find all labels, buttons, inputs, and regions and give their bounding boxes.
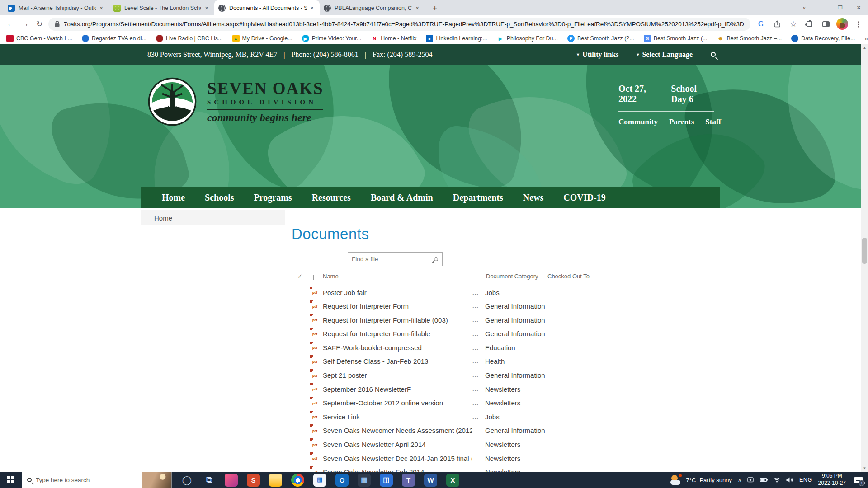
task-view-icon[interactable]: ⧉ <box>202 472 216 488</box>
file-name-link[interactable]: Poster Job fair <box>323 289 472 296</box>
nav-item[interactable]: Home <box>162 192 185 203</box>
scroll-up-icon[interactable]: ▲ <box>861 44 868 51</box>
address-bar[interactable]: 7oaks.org/Programs/Settlement/Documents/… <box>48 18 750 31</box>
table-row[interactable]: pdf Seven Oaks Newcomer Needs Assessment… <box>292 421 861 435</box>
nav-item[interactable]: Programs <box>254 192 292 203</box>
file-name-link[interactable]: Service Link <box>323 413 472 421</box>
row-ellipsis-menu-icon[interactable]: ... <box>472 441 485 448</box>
forward-icon[interactable]: → <box>18 17 33 31</box>
file-explorer-icon[interactable] <box>269 472 283 488</box>
bookmark-item[interactable]: P Best Smooth Jazz (2... <box>567 35 634 42</box>
table-row[interactable]: pdf September-October 2012 online versio… <box>292 394 861 408</box>
table-row[interactable]: pdf Request for Interpreter Form ... Gen… <box>292 297 861 311</box>
chrome-icon[interactable] <box>291 472 305 488</box>
outlook-icon[interactable]: O <box>335 472 349 488</box>
nav-item[interactable]: COVID-19 <box>563 192 605 203</box>
restore-button[interactable]: ❐ <box>831 0 849 15</box>
utility-links-menu[interactable]: ▾Utility links <box>577 51 619 59</box>
minimize-button[interactable]: – <box>812 0 831 15</box>
bookmark-item[interactable]: Regardez TVA en di... <box>82 35 146 42</box>
file-name-link[interactable]: SAFE-Work-booklet-compressed <box>323 344 472 352</box>
bookmark-item[interactable]: ▶ Philosophy For Du... <box>497 35 558 42</box>
table-row[interactable]: pdf Self Defense Class - Jan-Feb 2013 ..… <box>292 352 861 366</box>
close-button[interactable]: ✕ <box>849 0 868 15</box>
browser-tab[interactable]: Mail - Arseine Tshipidiay - Outloo ✕ <box>4 0 109 15</box>
scrollbar-thumb[interactable] <box>862 238 867 264</box>
select-language-menu[interactable]: ▾Select Language <box>637 51 693 59</box>
breadcrumb[interactable]: Home <box>141 210 285 225</box>
row-ellipsis-menu-icon[interactable]: ... <box>472 344 485 351</box>
browser-tab[interactable]: Level Scale - The London School ✕ <box>109 0 214 15</box>
file-name-link[interactable]: September-October 2012 online version <box>323 399 472 407</box>
bookmark-item[interactable]: S Best Smooth Jazz (... <box>644 35 708 42</box>
tab-close-icon[interactable]: ✕ <box>203 5 210 12</box>
cortana-icon[interactable]: ◯ <box>180 472 194 488</box>
side-panel-icon[interactable] <box>820 18 832 30</box>
tab-close-icon[interactable]: ✕ <box>98 5 105 12</box>
file-name-link[interactable]: Seven Oaks Newsletter Feb 2014 <box>323 468 472 472</box>
browser-tab[interactable]: Documents - All Documents - Se ✕ <box>214 0 320 15</box>
table-row[interactable]: pdf Seven Oaks Newsletter April 2014 ...… <box>292 435 861 449</box>
row-ellipsis-menu-icon[interactable]: ... <box>472 372 485 379</box>
excel-icon[interactable]: X <box>446 472 460 488</box>
people-app-icon[interactable]: ◫ <box>379 472 393 488</box>
column-category[interactable]: Document Category <box>486 273 547 280</box>
file-name-link[interactable]: Sept 21 poster <box>323 371 472 379</box>
weather-widget[interactable]: 7°C Partly sunny <box>670 474 732 486</box>
bookmark-item[interactable]: ▶ Prime Video: Your... <box>302 35 362 42</box>
nav-item[interactable]: Board & Admin <box>371 192 433 203</box>
row-ellipsis-menu-icon[interactable]: ... <box>472 455 485 462</box>
nav-item[interactable]: Departments <box>453 192 503 203</box>
row-ellipsis-menu-icon[interactable]: ... <box>472 358 485 365</box>
scroll-down-icon[interactable]: ▼ <box>861 465 868 472</box>
profile-avatar[interactable] <box>836 18 848 30</box>
table-row[interactable]: pdf Poster Job fair ... Jobs <box>292 283 861 297</box>
file-name-link[interactable]: Request for Interpreter Form-fillable <box>323 330 472 338</box>
share-icon[interactable] <box>771 18 783 30</box>
extensions-icon[interactable] <box>804 18 816 30</box>
teams-icon[interactable]: T <box>401 472 415 488</box>
file-name-link[interactable]: Seven Oaks Newsletter April 2014 <box>323 441 472 448</box>
file-name-link[interactable]: Request for Interpreter Form-fillable (0… <box>323 316 472 324</box>
file-name-link[interactable]: Seven Oaks Newcomer Needs Assessment (20… <box>323 427 472 434</box>
store-app-icon[interactable]: ⊞ <box>313 472 327 488</box>
audience-link[interactable]: Staff <box>705 117 721 127</box>
row-ellipsis-menu-icon[interactable]: ... <box>472 413 485 420</box>
row-ellipsis-menu-icon[interactable]: ... <box>472 427 485 434</box>
table-row[interactable]: pdf Request for Interpreter Form-fillabl… <box>292 310 861 324</box>
table-row[interactable]: pdf Sept 21 poster ... General Informati… <box>292 366 861 380</box>
file-name-link[interactable]: Self Defense Class - Jan-Feb 2013 <box>323 357 472 365</box>
site-search-icon[interactable] <box>711 52 716 57</box>
word-icon[interactable]: W <box>424 472 438 488</box>
bookmark-item[interactable]: Live Radio | CBC Lis... <box>156 35 223 42</box>
tab-close-icon[interactable]: ✕ <box>414 5 421 12</box>
find-file-input[interactable] <box>348 256 429 263</box>
audience-link[interactable]: Community <box>618 117 658 127</box>
row-ellipsis-menu-icon[interactable]: ... <box>472 317 485 324</box>
bookmark-item[interactable]: CBC Gem - Watch L... <box>6 35 72 42</box>
row-ellipsis-menu-icon[interactable]: ... <box>472 330 485 337</box>
row-ellipsis-menu-icon[interactable]: ... <box>472 289 485 296</box>
action-center-icon[interactable]: 1 <box>852 472 865 488</box>
table-row[interactable]: pdf September 2016 NewsletterF ... Newsl… <box>292 380 861 394</box>
tab-search-chevron-icon[interactable]: ∨ <box>796 0 812 15</box>
audience-link[interactable]: Parents <box>669 117 694 127</box>
table-row[interactable]: pdf SAFE-Work-booklet-compressed ... Edu… <box>292 338 861 352</box>
table-row[interactable]: pdf Seven Oaks Newsletter Dec 2014-Jan 2… <box>292 449 861 463</box>
tab-close-icon[interactable]: ✕ <box>308 5 316 12</box>
nav-item[interactable]: Schools <box>205 192 234 203</box>
column-checked-out[interactable]: Checked Out To <box>547 273 861 280</box>
table-row[interactable]: pdf Request for Interpreter Form-fillabl… <box>292 324 861 338</box>
wifi-icon[interactable] <box>773 476 781 483</box>
column-name[interactable]: Name <box>323 273 486 280</box>
volume-icon[interactable] <box>786 476 793 483</box>
nav-item[interactable]: Resources <box>312 192 351 203</box>
photos-app-icon[interactable] <box>224 472 238 488</box>
site-logo[interactable]: SEVEN OAKS SCHOOL DIVISION community beg… <box>147 77 323 127</box>
table-row[interactable]: pdf Seven Oaks Newsletter Feb 2014 ... N… <box>292 463 861 472</box>
taskbar-clock[interactable]: 9:06 PM 2022-10-27 <box>818 473 846 487</box>
bookmark-item[interactable]: N Home - Netflix <box>371 35 416 42</box>
page-scrollbar[interactable]: ▲ ▼ <box>861 44 868 472</box>
bookmark-item[interactable]: Data Recovery, File... <box>791 35 855 42</box>
meet-now-icon[interactable] <box>747 476 755 483</box>
